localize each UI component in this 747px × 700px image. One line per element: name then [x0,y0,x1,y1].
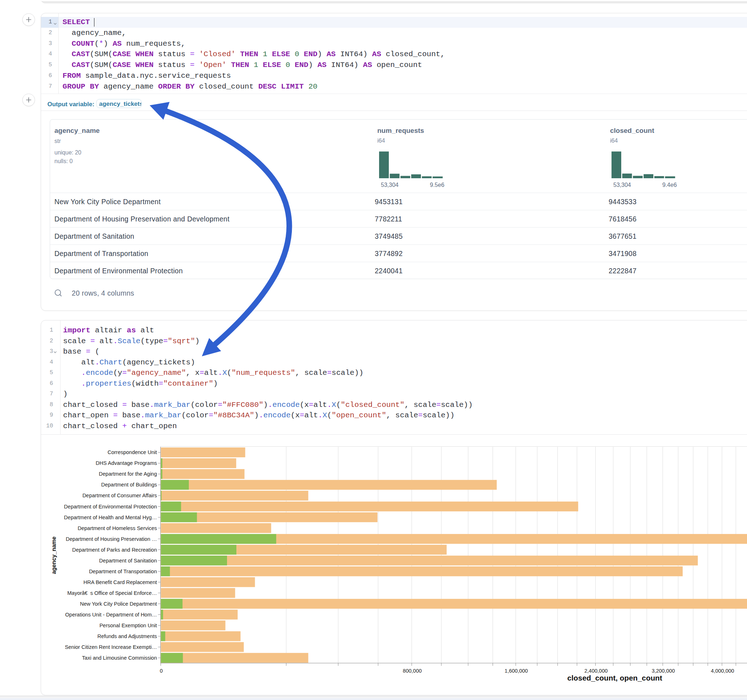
svg-text:3,200,000: 3,200,000 [652,668,675,674]
svg-text:Taxi and Limousine Commission: Taxi and Limousine Commission [82,655,157,661]
svg-text:Correspondence Unit: Correspondence Unit [107,450,157,455]
svg-text:Department of Parks and Recrea: Department of Parks and Recreation [72,547,157,553]
svg-text:800,000: 800,000 [403,668,422,674]
svg-text:Personal Exemption Unit: Personal Exemption Unit [100,623,157,628]
svg-text:Department of Health and Menta: Department of Health and Mental Hyg… [64,514,157,520]
svg-text:Refunds and Adjustments: Refunds and Adjustments [97,634,157,639]
svg-text:New York City Police Departmen: New York City Police Department [80,601,157,607]
svg-text:Department of Consumer Affairs: Department of Consumer Affairs [83,493,157,498]
svg-text:Senior Citizen Rent Increase E: Senior Citizen Rent Increase Exempti… [65,644,157,650]
svg-text:1,600,000: 1,600,000 [505,668,528,674]
svg-text:Department of Sanitation: Department of Sanitation [99,558,157,564]
svg-text:Department of Transportation: Department of Transportation [89,569,157,574]
svg-text:0: 0 [160,668,163,674]
svg-text:2,400,000: 2,400,000 [584,668,608,674]
svg-text:Department of Environmental Pr: Department of Environmental Protection [64,504,157,510]
svg-text:closed_count, open_count: closed_count, open_count [567,674,662,682]
svg-text:4,000,000: 4,000,000 [711,668,734,674]
svg-text:Department of Housing Preserva: Department of Housing Preservation … [66,536,157,542]
svg-text:Department of Homeless Service: Department of Homeless Services [78,525,157,531]
svg-text:DHS Advantage Programs: DHS Advantage Programs [95,460,157,466]
svg-text:Operations Unit - Department o: Operations Unit - Department of Hom… [65,612,157,617]
svg-text:agency_name: agency_name [51,537,57,574]
svg-text:Department of Buildings: Department of Buildings [101,482,157,487]
svg-text:HRA Benefit Card Replacement: HRA Benefit Card Replacement [83,579,157,585]
svg-text:Department for the Aging: Department for the Aging [99,471,157,477]
svg-text:Mayorâ€ s Office of Special En: Mayorâ€ s Office of Special Enforce… [67,590,157,596]
